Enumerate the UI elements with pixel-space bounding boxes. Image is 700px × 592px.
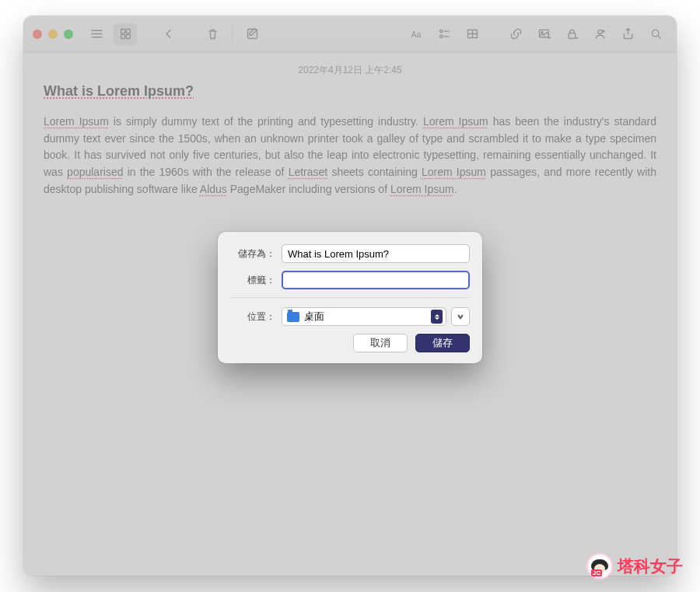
save-button[interactable]: 儲存: [415, 334, 470, 352]
zoom-window-button[interactable]: [64, 30, 73, 39]
cancel-button[interactable]: 取消: [353, 334, 408, 352]
svg-point-14: [439, 35, 442, 37]
watermark-avatar-icon: JC: [586, 553, 613, 580]
window-controls: [33, 30, 73, 39]
save-as-input[interactable]: [282, 244, 470, 263]
location-label: 位置：: [230, 310, 275, 324]
svg-line-27: [658, 36, 660, 38]
checklist-button[interactable]: [432, 23, 456, 45]
media-button[interactable]: [532, 23, 555, 45]
svg-text:Aa: Aa: [411, 30, 421, 39]
save-as-label: 儲存為：: [230, 247, 275, 261]
close-window-button[interactable]: [33, 30, 42, 39]
toolbar: Aa: [23, 16, 677, 53]
note-timestamp: 2022年4月12日 上午2:45: [44, 64, 656, 77]
share-button[interactable]: [616, 23, 639, 45]
notes-window: Aa 2022年4月12日 上午2:45 What is Lorem Ipsum…: [23, 16, 677, 576]
tags-label: 標籤：: [230, 274, 275, 287]
gallery-view-button[interactable]: [114, 23, 137, 45]
svg-rect-21: [569, 33, 576, 39]
tags-input[interactable]: [282, 271, 470, 289]
select-stepper-icon: [431, 310, 443, 324]
svg-point-3: [91, 30, 92, 31]
back-button[interactable]: [157, 23, 180, 45]
table-button[interactable]: [460, 23, 484, 45]
new-note-button[interactable]: [240, 23, 264, 45]
folder-icon: [287, 312, 299, 322]
svg-point-26: [652, 30, 659, 37]
save-sheet: 儲存為： 標籤： 位置： 桌面 取消: [218, 232, 482, 363]
svg-point-4: [91, 33, 92, 34]
svg-rect-8: [121, 34, 124, 38]
watermark-text: 塔科女子: [618, 555, 683, 577]
watermark: JC 塔科女子: [586, 553, 683, 580]
expand-sheet-button[interactable]: [451, 307, 470, 326]
minimize-window-button[interactable]: [48, 30, 58, 39]
note-title: What is Lorem Ipsum?: [44, 83, 656, 100]
svg-point-12: [439, 30, 442, 32]
toolbar-separator: [232, 26, 233, 43]
svg-point-20: [541, 32, 542, 33]
list-view-button[interactable]: [86, 23, 109, 45]
delete-button[interactable]: [201, 23, 224, 45]
svg-rect-6: [121, 30, 124, 33]
location-value: 桌面: [304, 310, 324, 324]
svg-rect-9: [126, 34, 130, 38]
note-paragraph: Lorem Ipsum is simply dummy text of the …: [44, 114, 656, 198]
svg-point-5: [91, 37, 92, 37]
search-button[interactable]: [644, 23, 667, 45]
watermark-badge: JC: [591, 569, 602, 576]
link-button[interactable]: [504, 23, 527, 45]
format-button[interactable]: Aa: [404, 23, 428, 45]
sheet-divider: [230, 297, 470, 298]
collaborate-button[interactable]: [588, 23, 611, 45]
svg-point-22: [597, 30, 601, 33]
note-body: 2022年4月12日 上午2:45 What is Lorem Ipsum? L…: [23, 53, 677, 208]
svg-rect-7: [126, 30, 130, 33]
lock-button[interactable]: [560, 23, 583, 45]
location-select[interactable]: 桌面: [282, 307, 446, 326]
